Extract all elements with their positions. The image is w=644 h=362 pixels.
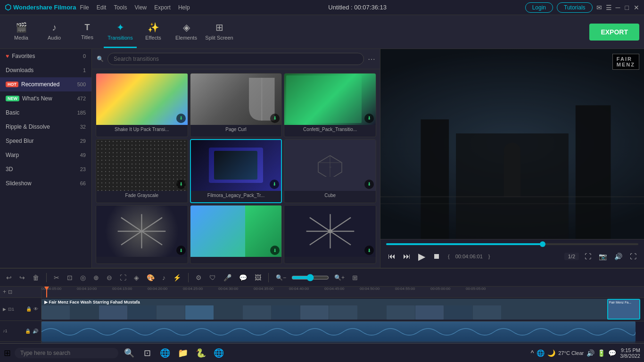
- tab-elements[interactable]: ◈ Elements: [170, 16, 203, 48]
- clock[interactable]: 9:15 PM 3/8/2022: [620, 347, 640, 359]
- fullscreen-button[interactable]: ⛶: [583, 251, 593, 262]
- progress-handle[interactable]: [540, 241, 545, 247]
- audio-lock-icon[interactable]: 🔒: [25, 329, 31, 334]
- cut-button[interactable]: ✂: [51, 272, 62, 283]
- sidebar-item-favorites[interactable]: ♥ Favorites 0: [0, 49, 91, 63]
- sidebar-item-downloads[interactable]: Downloads 1: [0, 63, 91, 77]
- sidebar-item-recommended[interactable]: HOT Recommended 500: [0, 77, 91, 91]
- tab-transitions[interactable]: ✦ Transitions: [104, 16, 137, 48]
- menu-icon[interactable]: ☰: [606, 4, 612, 11]
- download-icon-radial[interactable]: ⬇: [364, 246, 374, 255]
- download-icon-cube[interactable]: ⬇: [364, 180, 374, 189]
- shield-button[interactable]: 🛡: [207, 272, 218, 283]
- sidebar-item-speedblur[interactable]: Speed Blur 29: [0, 134, 91, 148]
- menu-export[interactable]: Export: [154, 4, 171, 11]
- python-icon[interactable]: 🐍: [194, 346, 208, 360]
- track-lock-icon[interactable]: 🔒: [26, 306, 32, 312]
- maximize-button[interactable]: □: [625, 4, 629, 11]
- transition-radial[interactable]: ⬇: [284, 205, 376, 264]
- sidebar-item-whatsnew[interactable]: NEW What's New 472: [0, 91, 91, 106]
- chrome-icon[interactable]: 🌐: [212, 346, 226, 360]
- expand-button[interactable]: ⛶: [117, 272, 129, 283]
- volume-tray-icon[interactable]: 🔊: [586, 349, 594, 357]
- menu-tools[interactable]: Tools: [114, 4, 127, 11]
- tutorials-button[interactable]: Tutorials: [557, 2, 593, 13]
- transition-filmora[interactable]: ⬇ Filmora_Legacy_Pack_Tr...: [190, 139, 282, 204]
- zoom-out-button[interactable]: 🔍−: [273, 273, 289, 282]
- download-icon-fade[interactable]: ⬇: [176, 180, 186, 189]
- tab-media[interactable]: 🎬 Media: [5, 16, 38, 48]
- rewind-button[interactable]: ⏮: [386, 250, 397, 263]
- delete-button[interactable]: 🗑: [30, 272, 41, 283]
- tab-titles[interactable]: T Titles: [71, 16, 104, 48]
- play-button[interactable]: ▶: [416, 249, 427, 264]
- step-back-button[interactable]: ⏭: [401, 250, 413, 263]
- sidebar-item-warp[interactable]: Warp 49: [0, 148, 91, 162]
- transition-fade[interactable]: ⬇ Fade Grayscale: [96, 139, 188, 204]
- zoom-in-clip[interactable]: ⊕: [91, 272, 101, 283]
- transition-cube[interactable]: → ⬇ Cube: [284, 139, 376, 204]
- settings-button[interactable]: ⛶: [628, 251, 638, 262]
- tab-audio[interactable]: ♪ Audio: [38, 16, 71, 48]
- audio-mix-button[interactable]: ♪: [160, 272, 168, 283]
- menu-help[interactable]: Help: [178, 4, 190, 11]
- taskview-icon[interactable]: ⊡: [140, 346, 154, 360]
- add-track-button[interactable]: +: [3, 288, 6, 295]
- undo-button[interactable]: ↩: [4, 272, 14, 283]
- transition-page2[interactable]: ⬇: [190, 205, 282, 264]
- battery-icon[interactable]: 🔋: [597, 349, 605, 357]
- redo-button[interactable]: ↪: [17, 272, 27, 283]
- search-taskbar-icon[interactable]: 🔍: [122, 346, 136, 360]
- transition-confetti[interactable]: ⬇ Confetti_Pack_Transitio...: [284, 73, 376, 137]
- taskbar-search[interactable]: [15, 348, 118, 358]
- transition-arrow1[interactable]: ⬇: [96, 205, 188, 264]
- mail-icon[interactable]: ✉: [596, 4, 602, 11]
- tab-effects[interactable]: ✨ Effects: [137, 16, 170, 48]
- download-icon-shake[interactable]: ⬇: [176, 114, 186, 123]
- audio-mute-icon[interactable]: 🔊: [33, 329, 38, 334]
- explorer-icon[interactable]: 📁: [176, 346, 190, 360]
- transform-button[interactable]: ◈: [132, 272, 141, 283]
- start-button[interactable]: ⊞: [4, 348, 11, 358]
- zoom-out-clip[interactable]: ⊖: [104, 272, 115, 283]
- color-button[interactable]: 🎨: [144, 272, 157, 283]
- progress-bar[interactable]: [386, 243, 638, 245]
- track-settings-icon[interactable]: ⊡: [8, 289, 12, 295]
- zoom-slider[interactable]: [291, 274, 329, 281]
- picture-button[interactable]: 🖼: [252, 272, 264, 283]
- download-icon-confetti[interactable]: ⬇: [364, 114, 374, 123]
- login-button[interactable]: Login: [525, 2, 553, 13]
- speed-button[interactable]: ⚡: [171, 272, 183, 283]
- stop-button[interactable]: ⏹: [431, 250, 442, 263]
- sidebar-item-basic[interactable]: Basic 185: [0, 106, 91, 120]
- zoom-in-button[interactable]: 🔍+: [332, 273, 347, 282]
- transition-pagecurl[interactable]: ⬇ Page Curl: [190, 73, 282, 137]
- volume-button[interactable]: 🔊: [612, 251, 624, 262]
- menu-edit[interactable]: Edit: [97, 4, 107, 11]
- crop-button[interactable]: ⊡: [65, 272, 75, 283]
- track-visibility-icon[interactable]: 👁: [33, 306, 38, 312]
- snapshot-button[interactable]: 📷: [597, 251, 609, 262]
- grid-view-button[interactable]: ⋯: [368, 55, 375, 64]
- tab-splitscreen[interactable]: ⊞ Split Screen: [203, 16, 236, 48]
- ai-button[interactable]: ◎: [78, 272, 88, 283]
- edge-icon[interactable]: 🌐: [158, 346, 172, 360]
- mic-button[interactable]: 🎤: [221, 272, 234, 283]
- chevron-up-icon[interactable]: ^: [531, 349, 534, 357]
- subtitle-button[interactable]: 💬: [237, 272, 249, 283]
- search-input[interactable]: [107, 53, 364, 65]
- sidebar-item-ripple[interactable]: Ripple & Dissolve 32: [0, 120, 91, 134]
- video-track[interactable]: ▶ Fair Menz Face Wash Starring Fahad Mus…: [41, 298, 644, 321]
- fit-button[interactable]: ⊞: [350, 272, 360, 283]
- settings2-button[interactable]: ⚙: [193, 272, 204, 283]
- menu-file[interactable]: File: [80, 4, 89, 11]
- menu-view[interactable]: View: [134, 4, 147, 11]
- transition-shake[interactable]: ⬇ Shake It Up Pack Transi...: [96, 73, 188, 137]
- download-icon-arrow1[interactable]: ⬇: [176, 246, 186, 255]
- network-icon[interactable]: 🌐: [537, 349, 545, 357]
- close-button[interactable]: ✕: [634, 4, 639, 11]
- notification-icon[interactable]: 💬: [608, 349, 616, 357]
- export-button[interactable]: EXPORT: [589, 24, 639, 41]
- sidebar-item-3d[interactable]: 3D 23: [0, 162, 91, 176]
- sidebar-item-slideshow[interactable]: Slideshow 66: [0, 176, 91, 190]
